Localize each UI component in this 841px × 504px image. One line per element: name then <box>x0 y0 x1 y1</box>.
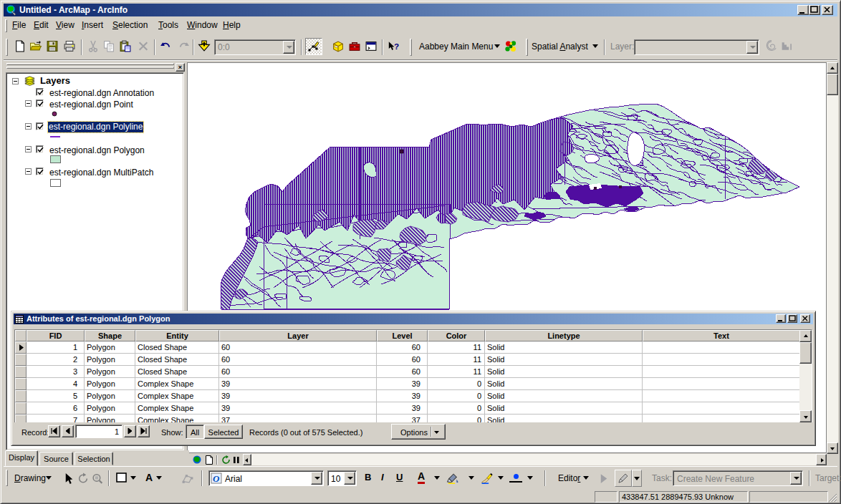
svg-text:O: O <box>213 473 220 484</box>
svg-text:?: ? <box>394 42 399 51</box>
